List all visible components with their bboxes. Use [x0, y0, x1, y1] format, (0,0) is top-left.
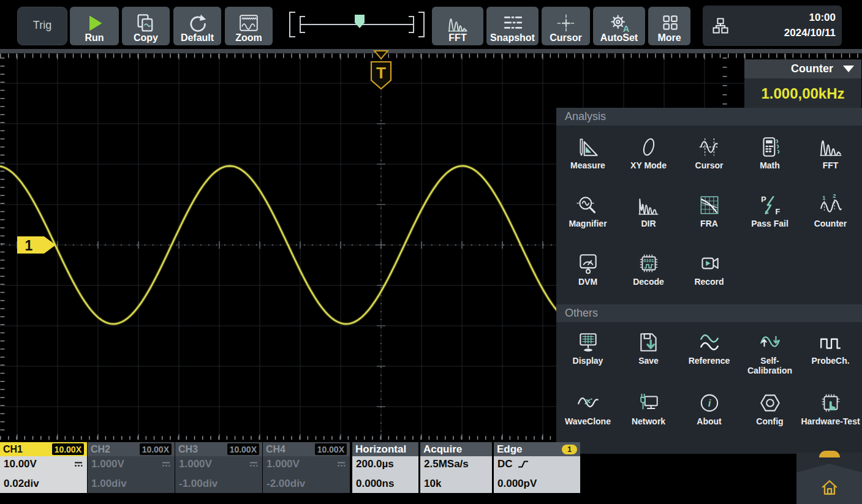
menu-item-dvm[interactable]: DVM	[558, 246, 618, 304]
menu-item-decode[interactable]: 0101 Decode	[618, 246, 679, 304]
ch1-offset: 0.02div	[4, 478, 83, 490]
fra-icon	[697, 194, 722, 216]
home-button[interactable]	[796, 464, 862, 504]
timebase-value: 200.0µs	[356, 458, 415, 470]
trigger-block[interactable]: Edge 1 DC 0.000pV	[494, 442, 580, 493]
dir-icon	[637, 194, 661, 216]
play-icon	[84, 13, 105, 33]
home-icon	[819, 478, 840, 497]
cursor-label: Cursor	[550, 33, 581, 43]
autoset-button[interactable]: A AutoSet	[593, 7, 645, 45]
channel-block-ch1[interactable]: CH1 10.00X 10.00V 0.02div	[0, 442, 87, 493]
menu-item-self-calibration[interactable]: Self-Calibration	[739, 325, 800, 386]
menu-item-config[interactable]: Config	[739, 386, 800, 446]
trigger-source-badge: 1	[562, 445, 577, 454]
menu-item-dir[interactable]: DIR	[618, 188, 679, 246]
top-ruler-band	[0, 49, 862, 53]
measure-icon	[576, 136, 600, 158]
datetime-panel[interactable]: 10:00 2024/10/11	[703, 6, 842, 46]
chevron-down-icon	[843, 66, 854, 72]
more-button[interactable]: More	[648, 7, 690, 45]
autoset-label: AutoSet	[600, 33, 638, 43]
trigger-position-marker[interactable]: T	[371, 51, 391, 89]
hardware-test-icon	[819, 392, 843, 414]
dc-coupling-icon	[336, 461, 346, 468]
acquire-block[interactable]: Acquire 2.5MSa/s 10k	[420, 442, 492, 493]
run-label: Run	[85, 33, 104, 43]
menu-item-display[interactable]: Display	[558, 325, 618, 386]
clock-date: 2024/10/11	[784, 26, 836, 41]
xy-mode-icon	[637, 136, 661, 158]
fft-icon	[819, 136, 843, 158]
default-button[interactable]: Default	[173, 7, 221, 45]
ch3-probe-badge: 10.00X	[227, 443, 259, 455]
trig-button[interactable]: Trig	[17, 7, 67, 45]
menu-section-analysis: Analysis	[556, 108, 862, 126]
horizontal-position-slider[interactable]	[283, 7, 430, 42]
channel-block-ch4[interactable]: CH4 10.00X 1.000V -2.00div	[263, 442, 350, 493]
ch2-probe-badge: 10.00X	[140, 443, 172, 455]
page-indicator	[819, 451, 840, 457]
menu-item-cursor[interactable]: Cursor	[679, 130, 739, 188]
cursor-icon	[697, 136, 722, 158]
menu-item-wave-clone[interactable]: WaveClone	[558, 386, 618, 446]
ch4-label: CH4	[266, 444, 285, 455]
tools-menu-panel: Analysis Measure XY Mode	[556, 108, 862, 454]
cursor-button[interactable]: Cursor	[542, 7, 590, 45]
wave-clone-icon	[576, 392, 600, 414]
more-label: More	[657, 33, 681, 43]
menu-item-reference[interactable]: Reference	[679, 325, 739, 386]
counter-panel: Counter 1.000,00kHz	[744, 59, 861, 109]
menu-item-math[interactable]: Math	[739, 130, 800, 188]
svg-text:P: P	[761, 195, 766, 204]
default-reset-icon	[187, 13, 208, 33]
channel-block-ch3[interactable]: CH3 10.00X 1.000V -1.00div	[175, 442, 262, 493]
snapshot-button[interactable]: Snapshot	[486, 7, 539, 45]
run-button[interactable]: Run	[70, 7, 119, 45]
slider-thumb[interactable]	[355, 15, 365, 28]
reference-icon	[697, 331, 722, 353]
home-area	[796, 453, 862, 504]
self-calibration-icon	[758, 331, 782, 353]
dc-coupling-icon	[161, 461, 171, 468]
ch3-scale: 1.000V	[179, 458, 212, 470]
ch4-offset: -2.00div	[267, 478, 346, 490]
menu-item-fra[interactable]: FRA	[679, 188, 739, 246]
trigger-marker-label: T	[376, 64, 386, 82]
menu-item-hardware-test[interactable]: Hardware-Test	[800, 386, 861, 446]
menu-item-network[interactable]: Network	[618, 386, 679, 446]
svg-text:i: i	[708, 397, 711, 409]
ch1-label: CH1	[3, 444, 23, 455]
display-icon	[576, 331, 600, 353]
menu-item-record[interactable]: Record	[679, 246, 739, 304]
svg-text:F: F	[775, 208, 780, 216]
menu-item-xy-mode[interactable]: XY Mode	[618, 130, 679, 188]
fft-button[interactable]: FFT	[432, 7, 483, 45]
save-icon	[637, 331, 661, 353]
copy-button[interactable]: Copy	[122, 7, 170, 45]
channel1-marker-label: 1	[25, 238, 33, 254]
cursor-crosshair-icon	[556, 13, 577, 33]
menu-item-save[interactable]: Save	[618, 325, 679, 386]
menu-item-measure[interactable]: Measure	[558, 130, 618, 188]
channel1-position-marker[interactable]: 1	[17, 236, 56, 254]
lan-network-icon	[711, 17, 730, 35]
menu-item-probe-check[interactable]: ProbeCh.	[800, 325, 861, 386]
menu-item-magnifier[interactable]: Magnifier	[558, 188, 618, 246]
ch2-scale: 1.000V	[91, 458, 124, 470]
zoom-button[interactable]: Zoom	[225, 7, 273, 45]
menu-item-about[interactable]: i About	[679, 386, 739, 446]
delay-value: 0.000ns	[356, 478, 415, 490]
counter-header[interactable]: Counter	[744, 59, 861, 78]
ch1-probe-badge: 10.00X	[52, 443, 84, 455]
counter-icon: 1 2	[819, 194, 843, 216]
menu-item-fft[interactable]: FFT	[800, 130, 861, 188]
horizontal-block[interactable]: Horizontal 200.0µs 0.000ns	[352, 442, 418, 493]
decode-icon: 0101	[637, 252, 661, 274]
menu-item-counter[interactable]: 1 2 Counter	[800, 188, 861, 246]
channel-block-ch2[interactable]: CH2 10.00X 1.000V 1.00div	[88, 442, 175, 493]
snapshot-label: Snapshot	[490, 33, 535, 43]
magnifier-icon	[576, 194, 600, 216]
about-icon: i	[697, 392, 722, 414]
menu-item-pass-fail[interactable]: P F Pass Fail	[739, 188, 800, 246]
